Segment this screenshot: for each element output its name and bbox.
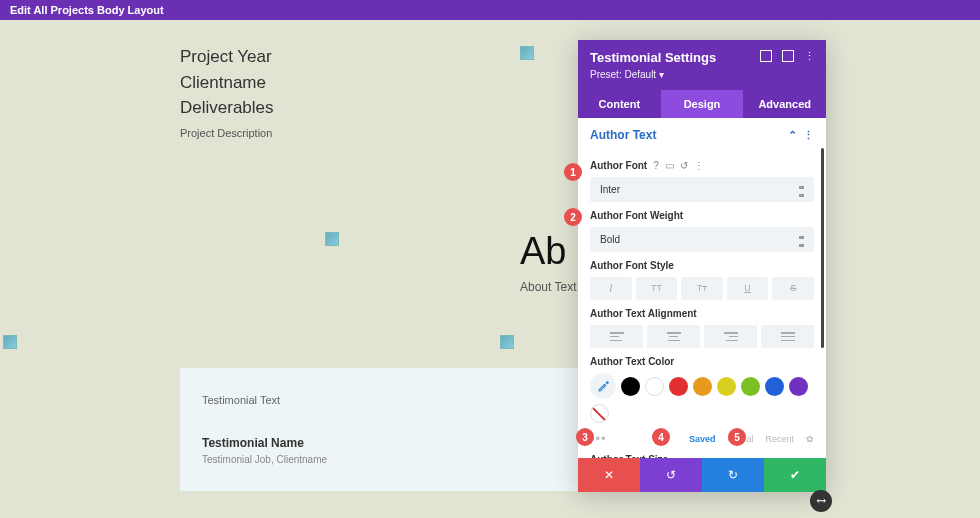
- label-color: Author Text Color: [590, 356, 814, 367]
- swatch-purple[interactable]: [789, 377, 808, 396]
- undo-button[interactable]: ↺: [640, 458, 702, 492]
- about-heading: Ab: [520, 230, 566, 273]
- more-icon[interactable]: ⋮: [804, 50, 816, 62]
- meta-client: Clientname: [180, 70, 274, 96]
- section-title: Author Text: [590, 128, 656, 142]
- align-justify-button[interactable]: [761, 325, 814, 348]
- font-select[interactable]: Inter: [590, 177, 814, 202]
- color-source-tabs: Saved Global Recent ✿: [689, 434, 814, 444]
- help-icon[interactable]: ?: [653, 160, 659, 171]
- about-subtext: About Text: [520, 280, 576, 294]
- panel-header[interactable]: Testimonial Settings Preset: Default ▾ ⋮: [578, 40, 826, 90]
- swatch-none[interactable]: [590, 404, 609, 423]
- swatch-orange[interactable]: [693, 377, 712, 396]
- top-bar-title: Edit All Projects Body Layout: [10, 4, 164, 16]
- callout-marker-4: 4: [652, 428, 670, 446]
- snap-icon[interactable]: [782, 50, 794, 62]
- align-left-button[interactable]: [590, 325, 643, 348]
- tab-content[interactable]: Content: [578, 90, 661, 118]
- section-more-icon[interactable]: ⋮: [803, 129, 814, 142]
- swatch-green[interactable]: [741, 377, 760, 396]
- color-tab-saved[interactable]: Saved: [689, 434, 716, 444]
- broken-image-icon: [520, 46, 534, 60]
- panel-footer: ✕ ↺ ↻ ✔: [578, 458, 826, 492]
- meta-year: Project Year: [180, 44, 274, 70]
- panel-preset[interactable]: Preset: Default ▾: [590, 69, 814, 80]
- swatch-blue[interactable]: [765, 377, 784, 396]
- device-icon[interactable]: ▭: [665, 160, 674, 171]
- weight-select[interactable]: Bold: [590, 227, 814, 252]
- label-align: Author Text Alignment: [590, 308, 814, 319]
- broken-image-icon: [500, 335, 514, 349]
- reset-icon[interactable]: ↺: [680, 160, 688, 171]
- callout-marker-3: 3: [576, 428, 594, 446]
- panel-scrollbar[interactable]: [821, 148, 824, 348]
- color-picker-button[interactable]: [590, 373, 616, 399]
- uppercase-button[interactable]: TT: [636, 277, 678, 300]
- smallcaps-button[interactable]: Tᴛ: [681, 277, 723, 300]
- callout-marker-1: 1: [564, 163, 582, 181]
- canvas: Project Year Clientname Deliverables Pro…: [0, 20, 980, 518]
- label-weight: Author Font Weight: [590, 210, 814, 221]
- strike-button[interactable]: S: [772, 277, 814, 300]
- swatch-black[interactable]: [621, 377, 640, 396]
- swatch-red[interactable]: [669, 377, 688, 396]
- collapse-icon[interactable]: ⌃: [788, 129, 797, 142]
- align-center-button[interactable]: [647, 325, 700, 348]
- label-font: Author Font ? ▭ ↺ ⋮: [590, 160, 814, 171]
- broken-image-icon: [3, 335, 17, 349]
- italic-button[interactable]: I: [590, 277, 632, 300]
- save-button[interactable]: ✔: [764, 458, 826, 492]
- align-buttons: [590, 325, 814, 348]
- top-bar: Edit All Projects Body Layout: [0, 0, 980, 20]
- style-buttons: I TT Tᴛ U S: [590, 277, 814, 300]
- underline-button[interactable]: U: [727, 277, 769, 300]
- panel-tabs: Content Design Advanced: [578, 90, 826, 118]
- expand-icon[interactable]: [760, 50, 772, 62]
- callout-marker-5: 5: [728, 428, 746, 446]
- cancel-button[interactable]: ✕: [578, 458, 640, 492]
- tab-design[interactable]: Design: [661, 90, 744, 118]
- swatch-yellow[interactable]: [717, 377, 736, 396]
- label-style: Author Font Style: [590, 260, 814, 271]
- panel-body: Author Font ? ▭ ↺ ⋮ Inter Author Font We…: [578, 152, 826, 492]
- project-meta: Project Year Clientname Deliverables Pro…: [180, 44, 274, 139]
- redo-button[interactable]: ↻: [702, 458, 764, 492]
- align-right-button[interactable]: [704, 325, 757, 348]
- tab-advanced[interactable]: Advanced: [743, 90, 826, 118]
- settings-panel: Testimonial Settings Preset: Default ▾ ⋮…: [578, 40, 826, 492]
- swatch-white[interactable]: [645, 377, 664, 396]
- meta-deliverables: Deliverables: [180, 95, 274, 121]
- color-swatches: [590, 373, 814, 423]
- callout-marker-2: 2: [564, 208, 582, 226]
- section-header[interactable]: Author Text ⌃⋮: [578, 118, 826, 152]
- color-settings-icon[interactable]: ✿: [806, 434, 814, 444]
- color-tab-recent[interactable]: Recent: [765, 434, 794, 444]
- broken-image-icon: [325, 232, 339, 246]
- opts-icon[interactable]: ⋮: [694, 160, 704, 171]
- meta-description: Project Description: [180, 127, 274, 139]
